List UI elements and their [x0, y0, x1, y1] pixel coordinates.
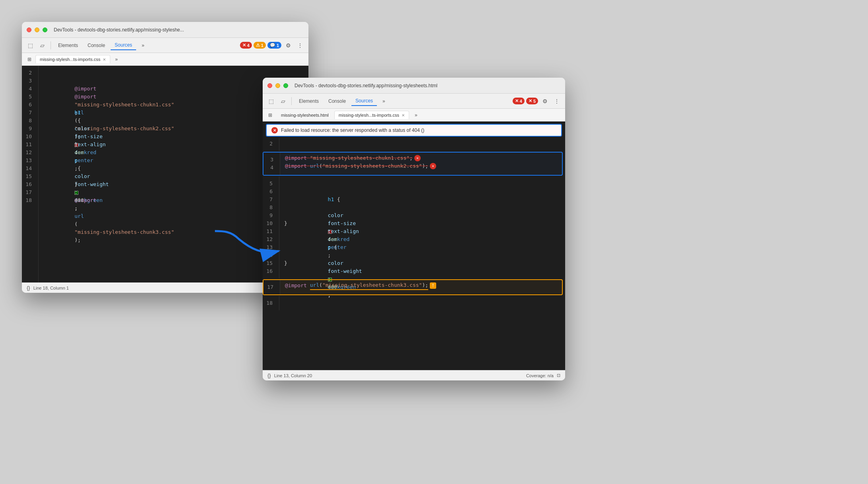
- line-numbers-1: 2 3 4 5 6 7 8 9 10 11 12 13 14 15 16 17 …: [22, 66, 39, 282]
- format-icon-1: {}: [27, 285, 30, 291]
- toolbar-right-1: ✕ 4 ⚠ 1 💬 1 ⚙ ⋮: [240, 40, 305, 51]
- screenshot-icon-2: ⊡: [557, 373, 560, 378]
- more-icon-1[interactable]: ⋮: [295, 40, 305, 51]
- win2-line-18: [284, 299, 560, 307]
- file-tab-css[interactable]: missing-stylesh...ts-imports.css ✕: [334, 111, 409, 119]
- minimize-button-2[interactable]: [275, 83, 280, 88]
- win2-line-6: h1 {: [284, 188, 560, 196]
- warn-icon-1: ⚠: [256, 43, 260, 48]
- code-lines-err: @import "missing-stylesheets-chukn1.css"…: [280, 153, 562, 175]
- settings-icon-1[interactable]: ⚙: [283, 40, 293, 51]
- toolbar-2: ⬚ ▱ Elements Console Sources » ✕ 4 ✕ 5 ⚙…: [263, 94, 565, 109]
- window-title-2: DevTools - devtools-dbg-stories.netlify.…: [295, 83, 437, 88]
- titlebar-1: DevTools - devtools-dbg-stories.netlify.…: [22, 22, 308, 38]
- close-button-1[interactable]: [27, 27, 31, 32]
- code-content-2: 2 3 4 @import: [263, 138, 565, 370]
- code-lines-2a: [279, 138, 565, 151]
- toolbar-1: ⬚ ▱ Elements Console Sources » ✕ 4 ⚠ 1 💬…: [22, 38, 308, 53]
- toolbar-sep-1: [51, 41, 51, 49]
- file-tab-css-close[interactable]: ✕: [402, 113, 405, 118]
- line-numbers-2b: 5 6 7 8 9 10 11 12 13 14 15 16: [263, 176, 279, 278]
- line-numbers-err: 3 4: [263, 153, 280, 175]
- sidebar-toggle-2[interactable]: ⊞: [265, 110, 275, 120]
- error-icon-2a: ✕: [515, 98, 519, 104]
- tab-sources[interactable]: Sources: [111, 41, 136, 50]
- tab-more-2[interactable]: »: [378, 97, 389, 106]
- error-badge-1: ✕ 4: [240, 42, 252, 49]
- info-count-1: 1: [277, 43, 279, 48]
- file-tabs-bar-1: ⊞ missing-stylesh...ts-imports.css ✕ »: [22, 53, 308, 66]
- code-lines-warn: @import url ( "missing-stylesheets-chunk…: [280, 280, 562, 294]
- tab-console-2[interactable]: Console: [324, 97, 350, 106]
- warn-badge-1: ⚠ 1: [254, 42, 266, 49]
- line-numbers-2a: 2: [263, 138, 279, 151]
- file-tab-css-label: missing-stylesh...ts-imports.css: [339, 113, 399, 118]
- window-title-1: DevTools - devtools-dbg-stories.netlify.…: [54, 27, 184, 33]
- settings-icon-2[interactable]: ⚙: [540, 96, 550, 106]
- code-lines-2b: h1 { color : darkred ; f: [279, 176, 565, 278]
- error-count-2a: 4: [520, 99, 522, 104]
- file-tab-1[interactable]: missing-stylesh...ts-imports.css ✕: [35, 55, 110, 63]
- close-button-2[interactable]: [267, 83, 272, 88]
- device-icon[interactable]: ▱: [37, 40, 47, 51]
- file-tabs-bar-2: ⊞ missing-stylesheets.html missing-style…: [263, 109, 565, 121]
- error-icon-line4: ✕: [430, 163, 436, 169]
- maximize-button-1[interactable]: [43, 27, 47, 32]
- status-bar-2: {} Line 13, Column 20 Coverage: n/a ⊡: [263, 370, 565, 380]
- more-icon-2[interactable]: ⋮: [552, 96, 562, 106]
- error-icon-2b: ✕: [529, 98, 532, 104]
- device-icon-2[interactable]: ▱: [278, 96, 288, 106]
- tab-console[interactable]: Console: [84, 41, 109, 50]
- win2-line-17: @import url ( "missing-stylesheets-chunk…: [285, 282, 557, 290]
- file-tab-html[interactable]: missing-stylesheets.html: [277, 111, 333, 119]
- error-banner-text: Failed to load resource: the server resp…: [281, 127, 424, 133]
- file-tab-close-1[interactable]: ✕: [103, 57, 106, 62]
- file-tab-more-2[interactable]: »: [411, 111, 421, 120]
- sidebar-toggle-1[interactable]: ⊞: [24, 54, 35, 65]
- minimize-button-1[interactable]: [35, 27, 39, 32]
- inspect-icon-2[interactable]: ⬚: [266, 96, 276, 106]
- info-icon-1: 💬: [270, 43, 275, 48]
- win2-line-5: [284, 180, 560, 188]
- coverage-2: Coverage: n/a: [526, 373, 554, 378]
- warn-highlight-box: 17 @import url ( "missing-stylesheets-ch…: [263, 279, 563, 295]
- win2-code-line-4: @import url ( "missing-stylesheets-chunk…: [285, 162, 557, 170]
- error-highlight-box: 3 4 @import "missing-stylesheets-chukn1.…: [263, 152, 563, 176]
- titlebar-2: DevTools - devtools-dbg-stories.netlify.…: [263, 78, 565, 94]
- line-numbers-warn: 17: [263, 280, 280, 294]
- error-badge-2b: ✕ 5: [526, 98, 538, 104]
- warn-icon-line17: !: [430, 282, 436, 289]
- line-numbers-2c: 18: [263, 296, 279, 310]
- toolbar-right-2: ✕ 4 ✕ 5 ⚙ ⋮: [513, 96, 562, 106]
- file-tab-html-label: missing-stylesheets.html: [281, 113, 329, 118]
- file-tab-label-1: missing-stylesh...ts-imports.css: [40, 57, 100, 62]
- tab-elements[interactable]: Elements: [54, 41, 82, 50]
- warn-count-1: 1: [261, 43, 263, 48]
- tab-elements-2[interactable]: Elements: [295, 97, 323, 106]
- win2-code-line-3: @import "missing-stylesheets-chukn1.css"…: [285, 154, 557, 162]
- status-position-1: Line 18, Column 1: [33, 286, 69, 290]
- tab-more[interactable]: »: [138, 41, 148, 50]
- code-editor-2[interactable]: ✕ Failed to load resource: the server re…: [263, 121, 565, 370]
- error-icon-line3: ✕: [414, 155, 421, 161]
- error-badge-2a: ✕ 4: [513, 98, 525, 104]
- code-lines-2c: [279, 296, 565, 310]
- tab-sources-2[interactable]: Sources: [351, 96, 377, 106]
- error-icon-1: ✕: [242, 43, 246, 48]
- devtools-window-2: DevTools - devtools-dbg-stories.netlify.…: [263, 78, 565, 380]
- format-icon-2: {}: [267, 372, 271, 378]
- info-badge-1: 💬 1: [267, 42, 281, 49]
- file-tab-more-1[interactable]: »: [111, 55, 122, 64]
- error-count-2b: 5: [533, 99, 536, 104]
- error-banner-icon: ✕: [271, 127, 278, 133]
- maximize-button-2[interactable]: [283, 83, 288, 88]
- toolbar-sep-2: [291, 97, 292, 105]
- error-banner: ✕ Failed to load resource: the server re…: [266, 124, 562, 137]
- code-line-2: [43, 69, 304, 77]
- error-count-1: 4: [247, 43, 250, 48]
- inspect-icon[interactable]: ⬚: [25, 40, 35, 51]
- status-position-2: Line 13, Column 20: [274, 373, 312, 378]
- win2-code-line-2: [284, 140, 560, 148]
